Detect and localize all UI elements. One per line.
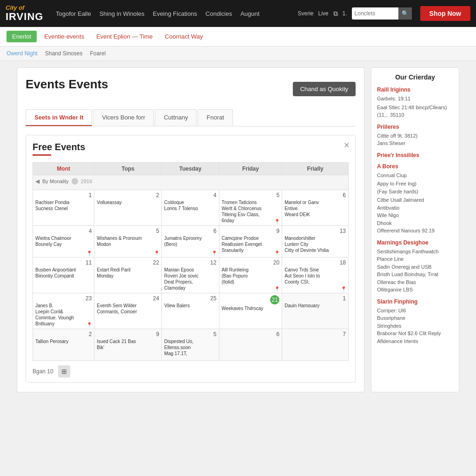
cell-date-2-1: 22: [97, 259, 159, 266]
cell-date-0-0: 1: [35, 192, 92, 198]
sidebar-item-4-0: Serdishimangs Fanthwatch Plance Line Sad…: [377, 248, 453, 294]
cell-location-icon-2-4: 📍: [341, 286, 346, 291]
calendar-cell-4-2[interactable]: 5Dispested Uo, Ellenss.soon Mag 17.1T,: [162, 329, 219, 361]
cell-date-0-1: 2: [97, 192, 159, 198]
cell-date-2-0: 11: [35, 259, 92, 266]
nav-link-0[interactable]: Togofor Ealle: [56, 10, 91, 17]
calendar-cell-4-4[interactable]: 7: [282, 329, 349, 361]
tab-3[interactable]: Fnorat: [198, 109, 233, 126]
close-button[interactable]: ✕: [344, 141, 350, 150]
month-dot: [72, 178, 78, 185]
page-nav: Bgan 10 ⊞: [33, 365, 349, 377]
breadcrumb: Owerd Night Shand Sinoses Foarel: [0, 46, 476, 61]
breadcrumb-item-0[interactable]: Owerd Night: [7, 50, 38, 57]
cell-location-icon-1-2: 📍: [212, 251, 217, 256]
nav-right: Sverie Live ⧉ 1. 🔍 Shop Now: [298, 6, 470, 21]
calendar-row-3: 23Janes B. Loepin Coril& Commtue. Voungh…: [33, 293, 349, 329]
logo[interactable]: City of IRVING: [6, 5, 47, 22]
calendar-cell-0-4[interactable]: 6Manelot or Ganv Entive. Weard DEiK: [282, 190, 349, 226]
sub-nav-link-0[interactable]: Eventie-events: [40, 31, 89, 42]
tab-1[interactable]: Vicers Bone forr: [93, 109, 154, 126]
nav-sverie[interactable]: Sverie: [298, 10, 314, 17]
right-panel: Our Crierday Raill IriginnsGarbels: 19:1…: [371, 67, 459, 392]
cell-location-icon-1-0: 📍: [86, 251, 92, 256]
prev-month-arrow[interactable]: ◀: [35, 178, 40, 185]
calendar-cell-3-4[interactable]: 1Dauin Hamouary: [282, 293, 349, 329]
sub-nav-link-2[interactable]: Coornact Way: [160, 31, 208, 42]
calendar-cell-0-0[interactable]: 1Rachiser Pondia Sucness Ctenel: [33, 190, 94, 226]
page-nav-label: Bgan 10: [33, 368, 53, 375]
calendar-cell-3-0[interactable]: 23Janes B. Loepin Coril& Commtue. Voungh…: [33, 293, 94, 329]
search-input[interactable]: [352, 9, 398, 18]
cell-date-4-4: 7: [284, 331, 346, 337]
calendar-cell-2-2[interactable]: 12Manian Epoos Roven Joe sovic Deat Prop…: [162, 258, 219, 293]
cell-date-1-1: 5: [97, 228, 159, 234]
cell-event-2-1: Extart Redi Paril Monday: [97, 267, 159, 279]
tab-0[interactable]: Seets in Wnder It: [26, 109, 92, 126]
calendar-cell-3-3[interactable]: 21Weekaves Thilrocay: [219, 293, 282, 329]
cell-event-1-0: Wieitra Chalmoor Bounely Cay: [35, 235, 92, 247]
calendar-cell-2-1[interactable]: 22Extart Redi Paril Monday: [94, 258, 162, 293]
nav-live[interactable]: Live: [318, 10, 329, 17]
cell-event-2-2: Manian Epoos Roven Joe sovic Deat Proper…: [164, 267, 216, 291]
nav-link-4[interactable]: Augunt: [240, 10, 259, 17]
calendar-row-2: 11Busben Anpoortiant Biinontiy Companit2…: [33, 258, 349, 293]
cell-date-4-3: 6: [222, 331, 280, 337]
calendar-cell-2-4[interactable]: 18Canvo Trds Sine Aut Seon I loln to Coo…: [282, 258, 349, 293]
calendar-cell-4-1[interactable]: 9Isued Cack 21 Bas Bik': [94, 329, 162, 361]
nav-number: 1.: [343, 10, 347, 17]
nav-link-2[interactable]: Eveing Fications: [153, 10, 197, 17]
cell-date-4-1: 9: [97, 331, 159, 337]
cell-event-4-0: Tallion Perosary: [35, 338, 92, 344]
calendar-cell-4-0[interactable]: 2Tallion Perosary: [33, 329, 94, 361]
cell-date-3-2: 25: [164, 295, 216, 302]
calendar-cell-3-2[interactable]: 25Vilew Balers: [162, 293, 219, 329]
cell-date-2-4: 18: [284, 259, 346, 266]
sidebar-sections: Raill IriginnsGarbels: 19:11Eaal Stlec 2…: [377, 86, 453, 345]
calendar-nav-row: ◀ By Monality 2916: [33, 175, 349, 190]
cell-date-2-2: 12: [164, 259, 216, 266]
calendar-cell-1-2[interactable]: 6Jumatns Eproomy (Bero)📍: [162, 226, 219, 258]
cell-date-1-4: 13: [284, 228, 346, 234]
screen-icon[interactable]: ⧉: [333, 10, 338, 18]
cell-event-4-2: Dispested Uo, Ellenss.soon Mag 17.1T,: [164, 338, 216, 357]
sidebar-item-1-0: Cittte off 9t. 3812) Jans Sheser: [377, 132, 453, 147]
left-panel: Events Events Chand as Quokity Seets in …: [17, 67, 364, 392]
calendar-options-button[interactable]: ⊞: [58, 365, 70, 377]
cal-header-0: Mont: [33, 163, 94, 175]
calendar-cell-3-1[interactable]: 24Eventh Sem Wilder Conmants, Coinoer: [94, 293, 162, 329]
cell-date-1-0: 4: [35, 228, 92, 234]
cell-event-1-3: Camcpine Prodoe Reatlusien Evenget Sranu…: [222, 235, 280, 253]
calendar-cell-1-4[interactable]: 13Manodorshilter Lunlerr City Citty of D…: [282, 226, 349, 258]
search-button[interactable]: 🔍: [398, 7, 412, 20]
calendar-table: Mont Tops Tuesday Friday Frially ◀ By Mo…: [33, 162, 349, 361]
calendar-cell-4-3[interactable]: 6: [219, 329, 282, 361]
calendar-cell-2-0[interactable]: 11Busben Anpoortiant Biinontiy Companit: [33, 258, 94, 293]
calendar-cell-2-3[interactable]: 20Alll Runlieing (Bao Popuro (Ilolid)📍: [219, 258, 282, 293]
tab-2[interactable]: Cuttnany: [155, 109, 197, 126]
cell-date-2-3: 20: [222, 259, 280, 266]
cell-event-1-2: Jumatns Eproomy (Bero): [164, 235, 216, 247]
cell-event-3-4: Dauin Hamouary: [284, 303, 346, 309]
cell-location-icon-1-1: 📍: [154, 251, 159, 256]
calendar-cell-1-3[interactable]: 9Camcpine Prodoe Reatlusien Evenget Sran…: [219, 226, 282, 258]
calendar-cell-0-1[interactable]: 2Vollueassay: [94, 190, 162, 226]
sub-nav-link-1[interactable]: Event Eplion — Time: [92, 31, 157, 42]
sub-nav-active[interactable]: Enerlot: [7, 31, 37, 42]
sidebar-section-title-5: Slarin Finphing: [377, 298, 453, 305]
nav-link-1[interactable]: Shing in Winoles: [99, 10, 145, 17]
logo-city-of: City of: [6, 5, 47, 11]
nav-link-3[interactable]: Condicies: [205, 10, 232, 17]
sub-nav: Enerlot Eventie-events Event Eplion — Ti…: [0, 27, 476, 46]
calendar-cell-1-0[interactable]: 4Wieitra Chalmoor Bounely Cay📍: [33, 226, 94, 258]
calendar-cell-1-1[interactable]: 5Wishanes & Pronoum Modon📍: [94, 226, 162, 258]
calendar-cell-0-2[interactable]: 4Coldoque Lonns 7 Tolenso: [162, 190, 219, 226]
shop-now-button[interactable]: Shop Now: [420, 6, 470, 21]
cell-event-2-4: Canvo Trds Sine Aut Seon I loln to Coont…: [284, 267, 346, 285]
change-quality-button[interactable]: Chand as Quokity: [293, 82, 356, 96]
cell-event-3-2: Vilew Balers: [164, 303, 216, 309]
calendar-cell-0-3[interactable]: 5Tromen Tatlcions Werlt & Chlorcenus Tit…: [219, 190, 282, 226]
calendar-row-1: 4Wieitra Chalmoor Bounely Cay📍5Wishanes …: [33, 226, 349, 258]
cell-location-icon-0-3: 📍: [274, 219, 280, 224]
free-events-card: Free Events ✕ Mont Tops Tuesday Friday F…: [26, 135, 356, 383]
